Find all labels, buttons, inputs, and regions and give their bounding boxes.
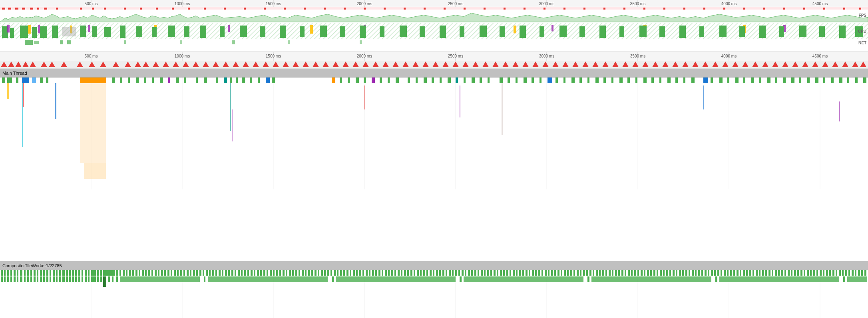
svg-rect-43 bbox=[364, 8, 366, 10]
svg-rect-541 bbox=[538, 270, 540, 276]
svg-rect-297 bbox=[408, 78, 410, 83]
svg-rect-33 bbox=[172, 8, 174, 10]
svg-rect-507 bbox=[430, 270, 432, 276]
svg-rect-359 bbox=[84, 163, 106, 179]
svg-rect-674 bbox=[100, 276, 102, 282]
svg-rect-466 bbox=[299, 270, 300, 276]
svg-rect-522 bbox=[478, 270, 479, 276]
svg-rect-82 bbox=[551, 25, 553, 32]
svg-rect-403 bbox=[85, 270, 87, 276]
svg-rect-100 bbox=[220, 26, 225, 37]
svg-rect-454 bbox=[260, 270, 262, 276]
svg-rect-431 bbox=[187, 270, 189, 276]
svg-rect-406 bbox=[97, 270, 99, 276]
svg-rect-594 bbox=[708, 270, 709, 276]
svg-rect-120 bbox=[619, 26, 624, 37]
svg-rect-467 bbox=[302, 270, 304, 276]
svg-rect-70 bbox=[0, 23, 868, 39]
svg-rect-657 bbox=[43, 276, 45, 282]
svg-rect-521 bbox=[474, 270, 476, 276]
svg-rect-304 bbox=[464, 78, 466, 83]
svg-rect-309 bbox=[508, 78, 510, 83]
svg-rect-666 bbox=[72, 276, 74, 282]
svg-rect-312 bbox=[532, 78, 534, 83]
svg-rect-682 bbox=[332, 276, 334, 282]
svg-text:1500 ms: 1500 ms bbox=[266, 2, 281, 6]
svg-rect-689 bbox=[719, 276, 839, 282]
svg-rect-611 bbox=[762, 270, 764, 276]
svg-rect-260 bbox=[7, 78, 12, 83]
main-thread-content[interactable] bbox=[0, 78, 868, 261]
svg-rect-688 bbox=[715, 276, 717, 282]
svg-rect-305 bbox=[472, 78, 475, 83]
svg-rect-386 bbox=[30, 270, 32, 276]
svg-rect-137 bbox=[67, 40, 71, 44]
svg-rect-592 bbox=[701, 270, 703, 276]
svg-rect-365 bbox=[839, 101, 840, 121]
svg-rect-598 bbox=[721, 270, 722, 276]
svg-rect-354 bbox=[55, 83, 56, 119]
svg-text:500 ms: 500 ms bbox=[85, 2, 98, 6]
svg-rect-524 bbox=[484, 270, 486, 276]
svg-rect-626 bbox=[810, 270, 812, 276]
svg-rect-480 bbox=[343, 270, 345, 276]
svg-rect-114 bbox=[500, 26, 505, 37]
svg-rect-498 bbox=[401, 270, 402, 276]
main-thread-header: Main Thread bbox=[0, 69, 868, 78]
svg-rect-590 bbox=[695, 270, 697, 276]
svg-rect-40 bbox=[304, 8, 306, 10]
svg-rect-619 bbox=[788, 270, 790, 276]
svg-rect-97 bbox=[168, 26, 175, 37]
svg-rect-658 bbox=[46, 276, 48, 282]
svg-rect-294 bbox=[380, 78, 382, 83]
svg-rect-140 bbox=[232, 40, 235, 44]
svg-rect-382 bbox=[17, 270, 18, 276]
svg-rect-497 bbox=[398, 270, 400, 276]
svg-rect-622 bbox=[797, 270, 799, 276]
svg-rect-653 bbox=[30, 276, 32, 282]
svg-rect-455 bbox=[263, 270, 265, 276]
svg-rect-519 bbox=[468, 270, 470, 276]
svg-text:2500 ms: 2500 ms bbox=[448, 2, 463, 6]
compositor-thread-content[interactable] bbox=[0, 270, 868, 318]
svg-rect-343 bbox=[783, 78, 786, 83]
svg-rect-675 bbox=[103, 276, 106, 287]
cpu-label: CPU bbox=[858, 29, 866, 33]
svg-rect-536 bbox=[522, 270, 524, 276]
svg-rect-537 bbox=[526, 270, 528, 276]
svg-text:500 ms: 500 ms bbox=[85, 54, 98, 58]
svg-rect-606 bbox=[746, 270, 748, 276]
svg-rect-425 bbox=[167, 270, 169, 276]
svg-rect-274 bbox=[168, 78, 170, 83]
svg-rect-671 bbox=[88, 276, 90, 282]
svg-rect-29 bbox=[104, 8, 106, 10]
svg-rect-400 bbox=[75, 270, 77, 276]
svg-rect-53 bbox=[563, 8, 565, 10]
svg-rect-271 bbox=[144, 78, 146, 83]
svg-rect-485 bbox=[359, 270, 361, 276]
svg-rect-135 bbox=[34, 41, 39, 44]
svg-rect-259 bbox=[2, 78, 5, 83]
svg-rect-500 bbox=[407, 270, 409, 276]
svg-rect-523 bbox=[481, 270, 483, 276]
flame-section: 500 ms 1000 ms 1500 ms 2000 ms 2500 ms 3… bbox=[0, 52, 868, 318]
svg-rect-562 bbox=[605, 270, 607, 276]
svg-rect-59 bbox=[683, 8, 685, 10]
svg-rect-306 bbox=[480, 78, 482, 83]
svg-rect-620 bbox=[791, 270, 792, 276]
svg-rect-95 bbox=[136, 26, 142, 37]
svg-rect-660 bbox=[53, 276, 55, 282]
svg-rect-608 bbox=[753, 270, 754, 276]
svg-rect-142 bbox=[360, 40, 362, 44]
svg-rect-452 bbox=[254, 270, 255, 276]
svg-rect-581 bbox=[666, 270, 668, 276]
svg-rect-428 bbox=[177, 270, 179, 276]
svg-rect-331 bbox=[683, 78, 685, 83]
svg-rect-397 bbox=[66, 270, 68, 276]
svg-rect-508 bbox=[433, 270, 434, 276]
svg-rect-542 bbox=[542, 270, 543, 276]
svg-rect-445 bbox=[231, 270, 233, 276]
svg-rect-451 bbox=[251, 270, 253, 276]
svg-rect-517 bbox=[462, 270, 464, 276]
svg-rect-617 bbox=[781, 270, 783, 276]
